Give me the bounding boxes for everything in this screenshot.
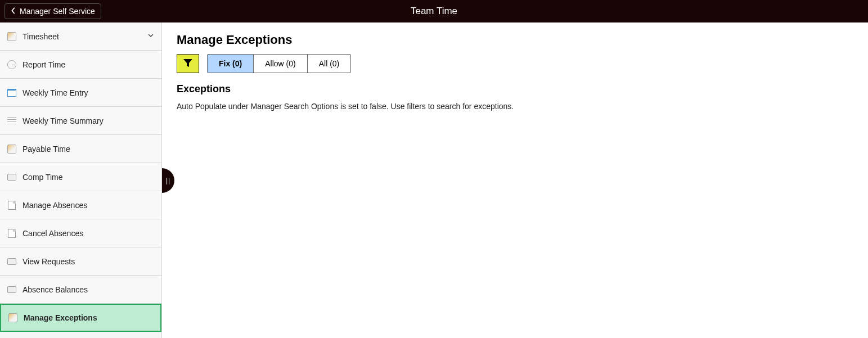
pause-icon: || xyxy=(166,177,170,184)
back-button[interactable]: Manager Self Service xyxy=(5,3,101,19)
timesheet-icon xyxy=(7,31,17,42)
page-header-title: Team Time xyxy=(411,6,457,17)
page-title: Manage Exceptions xyxy=(177,33,853,47)
sidebar-item-label: Report Time xyxy=(23,60,65,69)
sidebar-item-label: Manage Absences xyxy=(23,201,87,210)
layout: Timesheet Report Time Weekly Time Entry … xyxy=(0,22,868,338)
tab-all[interactable]: All (0) xyxy=(308,55,351,73)
filter-button[interactable] xyxy=(177,54,199,73)
filter-icon xyxy=(183,58,193,69)
chevron-left-icon xyxy=(11,7,16,16)
sidebar-item-cancel-absences[interactable]: Cancel Absences xyxy=(0,219,161,247)
document-icon xyxy=(7,200,17,210)
exception-icon xyxy=(8,313,18,323)
sidebar-item-label: Payable Time xyxy=(23,145,70,154)
document-cancel-icon xyxy=(7,228,17,238)
sidebar-item-timesheet[interactable]: Timesheet xyxy=(0,22,161,51)
scale-icon xyxy=(7,285,17,295)
briefcase-icon xyxy=(7,172,17,182)
sidebar-item-label: View Requests xyxy=(23,257,75,266)
clock-icon xyxy=(7,60,17,70)
sidebar-item-label: Timesheet xyxy=(23,32,59,41)
filter-row: Fix (0) Allow (0) All (0) xyxy=(177,54,853,73)
sidebar-item-absence-balances[interactable]: Absence Balances xyxy=(0,276,161,304)
app-header: Manager Self Service Team Time xyxy=(0,0,868,22)
sidebar-item-label: Cancel Absences xyxy=(23,229,83,238)
main-content: Manage Exceptions Fix (0) Allow (0) All … xyxy=(162,22,868,338)
exception-tab-group: Fix (0) Allow (0) All (0) xyxy=(207,54,351,73)
sidebar-item-view-requests[interactable]: View Requests xyxy=(0,247,161,276)
money-icon xyxy=(7,144,17,154)
sidebar-item-weekly-time-entry[interactable]: Weekly Time Entry xyxy=(0,79,161,107)
calendar-icon xyxy=(7,88,17,98)
tab-label: Allow (0) xyxy=(265,59,295,68)
sidebar-item-label: Comp Time xyxy=(23,173,63,182)
sidebar-item-manage-exceptions[interactable]: Manage Exceptions xyxy=(0,304,161,332)
info-text: Auto Populate under Manager Search Optio… xyxy=(177,102,853,111)
sidebar-item-label: Weekly Time Summary xyxy=(23,116,104,125)
tab-fix[interactable]: Fix (0) xyxy=(208,55,254,73)
tab-allow[interactable]: Allow (0) xyxy=(254,55,307,73)
chevron-down-icon xyxy=(147,31,155,41)
sidebar-item-label: Manage Exceptions xyxy=(24,313,97,322)
sidebar: Timesheet Report Time Weekly Time Entry … xyxy=(0,22,162,338)
section-title: Exceptions xyxy=(177,83,853,95)
sidebar-item-comp-time[interactable]: Comp Time xyxy=(0,163,161,191)
sidebar-item-weekly-time-summary[interactable]: Weekly Time Summary xyxy=(0,107,161,135)
sidebar-item-label: Weekly Time Entry xyxy=(23,88,88,97)
sidebar-item-label: Absence Balances xyxy=(23,285,88,294)
tab-label: All (0) xyxy=(319,59,340,68)
back-button-label: Manager Self Service xyxy=(20,7,95,16)
sidebar-item-manage-absences[interactable]: Manage Absences xyxy=(0,191,161,219)
sidebar-item-payable-time[interactable]: Payable Time xyxy=(0,135,161,163)
list-icon xyxy=(7,256,17,267)
grid-icon xyxy=(7,116,17,126)
sidebar-item-report-time[interactable]: Report Time xyxy=(0,51,161,79)
tab-label: Fix (0) xyxy=(219,59,242,68)
